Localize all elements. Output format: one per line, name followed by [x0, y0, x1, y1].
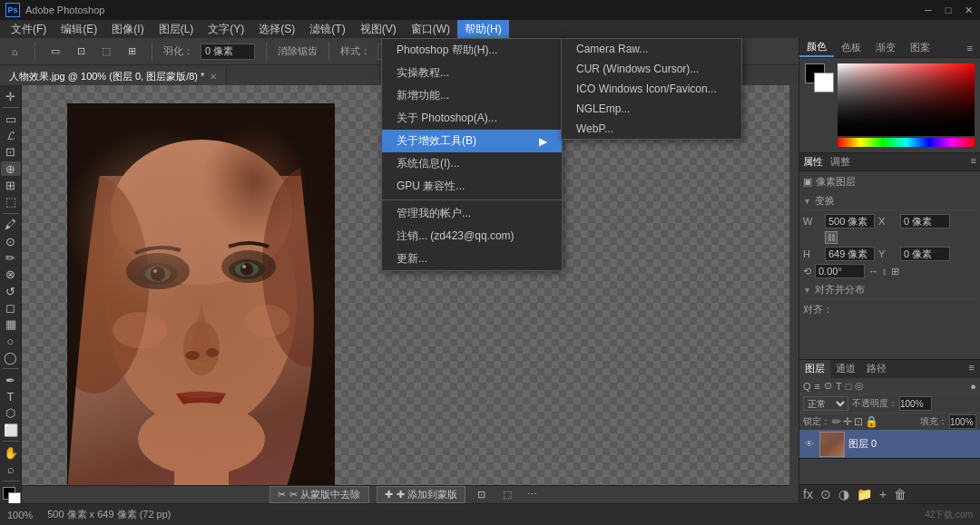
menu-file[interactable]: 文件(F) — [4, 20, 54, 39]
add-to-mask-button[interactable]: ✚ ✚ 添加到蒙版 — [377, 486, 466, 503]
minimize-button[interactable]: ─ — [922, 4, 935, 16]
h-input[interactable] — [825, 247, 875, 261]
menu-window[interactable]: 窗口(W) — [404, 20, 457, 39]
move-tool[interactable]: ✛ — [1, 89, 21, 103]
menu-view[interactable]: 视图(V) — [353, 20, 404, 39]
object-selection-tool[interactable]: ⊡ — [1, 145, 21, 160]
new-features-item[interactable]: 新增功能... — [382, 84, 562, 107]
panel-menu-icon[interactable]: ≡ — [960, 38, 980, 57]
lock-all-icon[interactable]: 🔒 — [865, 415, 878, 428]
tutorials-item[interactable]: 实操教程... — [382, 62, 562, 84]
menu-help[interactable]: 帮助(H) — [457, 20, 509, 39]
eraser-tool[interactable]: ◻ — [1, 300, 21, 315]
y-input[interactable] — [900, 247, 950, 261]
swatches-tab[interactable]: 色板 — [834, 38, 868, 57]
type-tool[interactable]: T — [1, 390, 21, 404]
filter-smart-icon[interactable]: ◎ — [855, 380, 864, 392]
delete-layer-button[interactable]: 🗑 — [894, 487, 906, 501]
fill-input[interactable] — [949, 414, 976, 429]
marquee-ellipse-tool[interactable]: ⊡ — [72, 43, 90, 61]
lasso-tool[interactable]: ⬚ — [97, 43, 115, 61]
ps-help-item[interactable]: Photoshop 帮助(H)... — [382, 39, 562, 62]
search-layers-icon[interactable]: Q — [803, 381, 811, 392]
document-tab[interactable]: 人物效果.jpg @ 100% (图层 0, 图层蒙版/8) * ✕ — [0, 67, 227, 85]
tab-close-icon[interactable]: ✕ — [210, 72, 217, 82]
about-plugins-item[interactable]: 关于增效工具(B) ▶ — [382, 130, 562, 152]
menu-text[interactable]: 文字(Y) — [201, 20, 251, 39]
filter-type-icon[interactable]: ≡ — [815, 381, 820, 392]
clone-stamp-tool[interactable]: ⊗ — [1, 267, 21, 282]
patterns-tab[interactable]: 图案 — [903, 38, 937, 57]
feather-input[interactable] — [201, 44, 255, 60]
system-info-item[interactable]: 系统信息(I)... — [382, 152, 562, 175]
canvas-extra-btn3[interactable]: ⋯ — [524, 486, 542, 504]
add-mask-button[interactable]: ⊙ — [820, 487, 831, 501]
home-button[interactable]: ⌂ — [5, 43, 24, 61]
lock-pixels-icon[interactable]: ✏ — [832, 415, 841, 428]
ico-item[interactable]: ICO Windows Icon/Favicon... — [562, 79, 741, 99]
gpu-compat-item[interactable]: GPU 兼容性... — [382, 175, 562, 198]
angle-input[interactable] — [815, 264, 865, 278]
spot-heal-tool[interactable]: ⊙ — [1, 234, 21, 248]
dodge-tool[interactable]: ◯ — [1, 350, 21, 365]
link-proportions-icon[interactable]: ⛓ — [825, 231, 838, 244]
eyedropper-tool[interactable]: 🖍 — [1, 218, 21, 232]
layer-item[interactable]: 👁 图层 0 — [799, 430, 980, 459]
gradient-tab[interactable]: 渐变 — [868, 38, 903, 57]
menu-select[interactable]: 选择(S) — [251, 20, 302, 39]
paths-tab[interactable]: 路径 — [861, 360, 892, 378]
new-layer-button[interactable]: + — [879, 487, 887, 501]
add-adjustment-button[interactable]: ◑ — [838, 487, 849, 501]
nglemp-item[interactable]: NGLEmp... — [562, 99, 741, 119]
maximize-button[interactable]: □ — [942, 4, 955, 16]
color-tab[interactable]: 颜色 — [799, 38, 834, 57]
w-input[interactable] — [825, 214, 875, 228]
webp-item[interactable]: WebP... — [562, 119, 741, 139]
panel-collapse-icon[interactable]: ≡ — [971, 155, 976, 169]
filter-toggle[interactable]: ● — [970, 381, 976, 392]
flip-v-icon[interactable]: ↕ — [882, 266, 887, 277]
lock-position-icon[interactable]: ✛ — [843, 415, 852, 428]
update-item[interactable]: 更新... — [382, 248, 562, 270]
layers-panel-menu[interactable]: ≡ — [964, 360, 980, 378]
camera-raw-item[interactable]: Camera Raw... — [562, 39, 741, 59]
layer-visibility-icon[interactable]: 👁 — [803, 438, 816, 451]
canvas-extra-btn2[interactable]: ⬚ — [498, 486, 516, 504]
filter-text-icon[interactable]: T — [836, 381, 842, 392]
close-button[interactable]: ✕ — [962, 4, 975, 16]
filter-adjust-icon[interactable]: ⊙ — [824, 380, 832, 392]
magic-wand-tool[interactable]: ⊞ — [122, 43, 141, 61]
hand-tool[interactable]: ✋ — [1, 445, 21, 460]
blend-mode-select[interactable]: 正常 — [803, 396, 848, 411]
about-ps-item[interactable]: 关于 Photoshop(A)... — [382, 107, 562, 130]
flip-h-icon[interactable]: ↔ — [868, 266, 878, 277]
background-color-swatch[interactable] — [814, 73, 834, 92]
menu-filter[interactable]: 滤镜(T) — [302, 20, 352, 39]
filter-shape-icon[interactable]: □ — [846, 381, 852, 392]
opacity-input[interactable] — [899, 396, 932, 411]
quick-selection-tool[interactable]: ⊕ — [1, 161, 21, 176]
marquee-rect-tool[interactable]: ▭ — [46, 43, 64, 61]
crop-tool[interactable]: ⊞ — [1, 178, 21, 192]
layers-tab[interactable]: 图层 — [799, 360, 830, 378]
canvas-extra-btn1[interactable]: ⊡ — [473, 486, 491, 504]
sign-out-item[interactable]: 注销... (zd423@qq.com) — [382, 225, 562, 248]
channels-tab[interactable]: 通道 — [830, 360, 861, 378]
hue-slider[interactable] — [838, 138, 975, 147]
pen-tool[interactable]: ✒ — [1, 373, 21, 387]
menu-layer[interactable]: 图层(L) — [152, 20, 201, 39]
zoom-tool[interactable]: ⌕ — [1, 462, 21, 477]
lock-artboard-icon[interactable]: ⊡ — [854, 415, 863, 428]
transform-extra-icon[interactable]: ⊞ — [891, 266, 899, 277]
rect-marquee-tool[interactable]: ▭ — [1, 112, 21, 126]
add-group-button[interactable]: 📁 — [857, 487, 872, 501]
shape-tool[interactable]: ⬜ — [1, 423, 21, 437]
menu-edit[interactable]: 编辑(E) — [54, 20, 104, 39]
lasso-tool-left[interactable]: 𝓛 — [1, 128, 21, 142]
manage-account-item[interactable]: 管理我的帐户... — [382, 202, 562, 225]
remove-from-mask-button[interactable]: ✂ ✂ 从蒙版中去除 — [270, 486, 368, 503]
blur-tool[interactable]: ○ — [1, 334, 21, 348]
gradient-tool[interactable]: ▦ — [1, 317, 21, 332]
properties-tab[interactable]: 属性 — [803, 155, 823, 169]
brush-tool[interactable]: ✏ — [1, 250, 21, 265]
